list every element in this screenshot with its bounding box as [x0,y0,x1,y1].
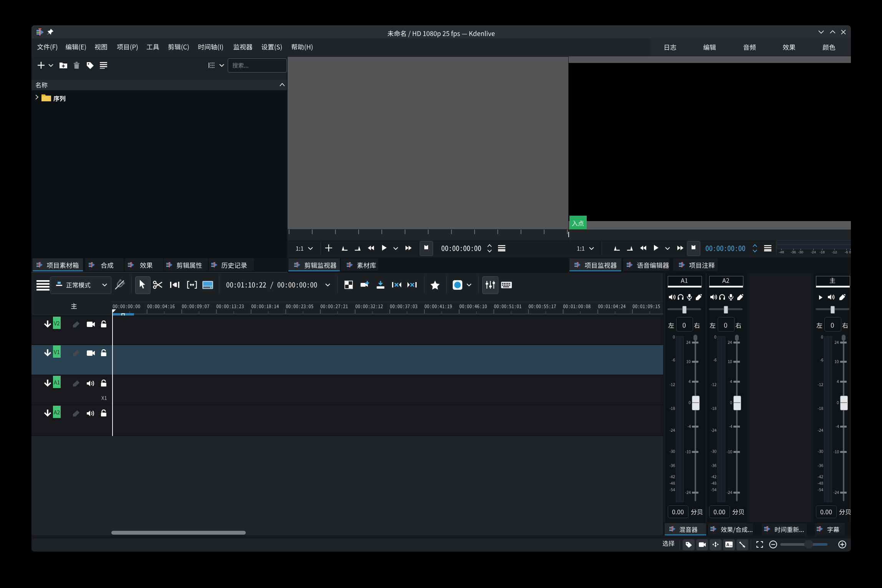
svg-text:-12: -12 [832,250,837,254]
svg-text:-30: -30 [798,250,803,254]
svg-text:A: A [726,542,730,547]
svg-text:-24: -24 [811,250,816,254]
svg-text:-48: -48 [779,250,784,254]
svg-text:-36: -36 [791,250,796,254]
svg-text:-6: -6 [845,250,848,254]
svg-text:0: 0 [849,250,851,254]
svg-text:-18: -18 [819,250,825,254]
